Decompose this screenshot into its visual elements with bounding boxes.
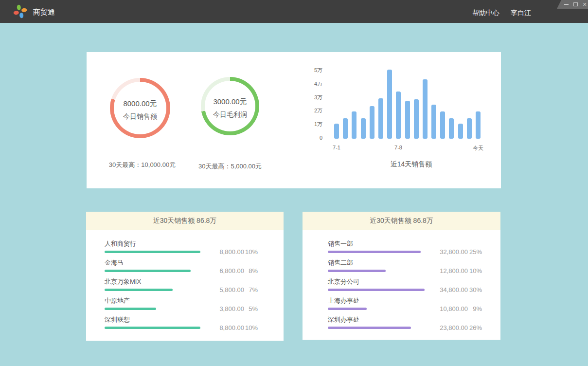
minimize-icon — [564, 4, 569, 5]
list-item-left: 北京万象MIX — [105, 278, 200, 291]
list-item-left: 上海办事处 — [328, 297, 425, 310]
progress-bar-track — [328, 308, 425, 310]
sales-bar — [467, 118, 472, 139]
today-summary-card: 8000.00元 今日销售额 30天最高：10,000.00元 3000.00元… — [87, 52, 501, 188]
item-label: 北京分公司 — [328, 278, 425, 285]
y-axis-tick: 1万 — [303, 121, 322, 128]
progress-bar-track — [328, 289, 425, 291]
bar-chart-title: 近14天销售额 — [338, 160, 485, 169]
maximize-button[interactable] — [573, 1, 578, 7]
item-percent: 10% — [244, 249, 258, 255]
progress-bar-track — [105, 308, 200, 310]
progress-bar — [328, 289, 425, 291]
department-sales-card: 近30天销售额 86.8万 销售一部 32,800.00 25% 销售二部 12… — [303, 212, 500, 340]
sales-bar — [476, 111, 481, 139]
progress-bar — [328, 327, 411, 329]
progress-bar — [328, 270, 386, 272]
list-item: 北京万象MIX 5,800.00 7% — [86, 272, 284, 291]
y-axis-tick: 3万 — [303, 94, 322, 101]
item-label: 中原地产 — [105, 297, 200, 304]
list-item: 中原地产 3,800.00 5% — [86, 291, 284, 310]
today-sales-value: 8000.00元 — [123, 99, 157, 109]
progress-bar — [328, 308, 367, 310]
today-profit-value: 3000.00元 — [213, 97, 247, 107]
minimize-button[interactable] — [564, 1, 569, 7]
today-profit-donut: 3000.00元 今日毛利润 — [201, 77, 259, 135]
y-axis-tick: 0 — [303, 134, 322, 141]
sales-bar — [370, 106, 374, 139]
y-axis-tick: 5万 — [303, 67, 322, 73]
progress-bar-track — [328, 270, 425, 272]
profit-30day-max: 30天最高：5,000.00元 — [174, 162, 286, 171]
nav-help-center[interactable]: 帮助中心 — [472, 9, 499, 16]
sales-bar — [334, 124, 339, 139]
progress-bar — [328, 251, 421, 253]
sales-bar — [343, 118, 348, 139]
sales-bar — [405, 101, 410, 139]
maximize-icon — [573, 2, 578, 6]
top-nav: 帮助中心 李白江 — [472, 9, 531, 16]
item-value: 5,800.00 — [200, 287, 244, 293]
list-item-left: 销售二部 — [328, 259, 425, 272]
list-item-left: 中原地产 — [105, 297, 200, 310]
donut-center-text: 3000.00元 今日毛利润 — [201, 77, 259, 135]
customer-sales-list: 人和商贸行 8,800.00 10% 金海马 6,800.00 8% 北京万象M… — [86, 230, 284, 329]
item-label: 销售二部 — [328, 259, 425, 266]
list-item: 深圳办事处 23,800.00 26% — [303, 310, 500, 329]
item-percent: 30% — [468, 287, 482, 293]
item-value: 10,800.00 — [425, 306, 468, 312]
progress-bar-track — [105, 270, 200, 272]
item-label: 销售一部 — [328, 240, 425, 247]
item-value: 6,800.00 — [200, 268, 244, 274]
item-value: 23,800.00 — [425, 325, 468, 331]
close-button[interactable]: ✕ — [582, 1, 587, 7]
item-label: 深圳联想 — [105, 316, 200, 323]
list-item-left: 深圳联想 — [105, 316, 200, 329]
item-value: 3,800.00 — [200, 306, 244, 312]
x-axis-tick: 7-1 — [333, 145, 340, 150]
window-controls: ✕ — [557, 0, 588, 9]
list-item-left: 人和商贸行 — [105, 240, 200, 253]
sales-bar — [352, 111, 356, 139]
list-item-left: 深圳办事处 — [328, 316, 425, 329]
progress-bar — [105, 289, 173, 291]
list-item-left: 销售一部 — [328, 240, 425, 253]
item-label: 人和商贸行 — [105, 240, 200, 247]
list-item: 人和商贸行 8,800.00 10% — [86, 234, 284, 253]
today-sales-donut: 8000.00元 今日销售额 — [110, 78, 170, 138]
list-item: 金海马 6,800.00 8% — [86, 253, 284, 272]
item-value: 32,800.00 — [425, 249, 468, 255]
today-profit-caption: 今日毛利润 — [213, 110, 247, 119]
customer-sales-card: 近30天销售额 86.8万 人和商贸行 8,800.00 10% 金海马 6,8… — [86, 212, 284, 341]
sales-bar — [414, 99, 419, 139]
app-title: 商贸通 — [33, 8, 55, 16]
progress-bar — [105, 270, 191, 272]
item-label: 上海办事处 — [328, 297, 425, 304]
item-percent: 9% — [468, 306, 482, 312]
today-sales-caption: 今日销售额 — [123, 112, 157, 121]
progress-bar — [105, 308, 156, 310]
department-sales-list: 销售一部 32,800.00 25% 销售二部 12,800.00 10% 北京… — [303, 230, 500, 329]
sales-bar — [449, 118, 454, 139]
item-percent: 26% — [468, 325, 482, 331]
sales-bar — [440, 111, 445, 139]
item-label: 深圳办事处 — [328, 316, 425, 323]
progress-bar-track — [328, 327, 425, 329]
item-percent: 25% — [468, 249, 482, 255]
item-percent: 10% — [468, 268, 482, 274]
progress-bar-track — [105, 251, 200, 253]
list-item: 深圳联想 8,800.00 10% — [86, 310, 284, 329]
nav-username[interactable]: 李白江 — [511, 9, 531, 16]
pinwheel-logo-icon — [13, 4, 28, 19]
sales-bar — [387, 70, 392, 139]
close-icon: ✕ — [582, 2, 587, 7]
list-item-left: 北京分公司 — [328, 278, 425, 291]
department-sales-card-title: 近30天销售额 86.8万 — [303, 212, 500, 230]
sales-bar — [423, 79, 428, 139]
sales-bar — [458, 124, 463, 139]
y-axis-tick: 2万 — [303, 107, 322, 114]
progress-bar-track — [105, 327, 200, 329]
list-item: 北京分公司 34,800.00 30% — [303, 272, 500, 291]
sales-bar — [378, 98, 383, 139]
item-percent: 8% — [244, 268, 258, 274]
